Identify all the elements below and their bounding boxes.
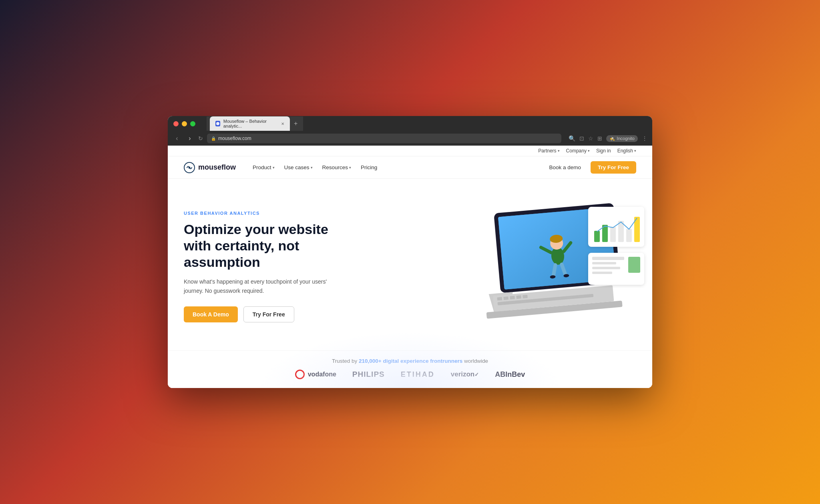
use-cases-label: Use cases	[284, 164, 310, 170]
svg-rect-21	[523, 295, 528, 298]
try-free-nav-button[interactable]: Try For Free	[591, 161, 636, 174]
active-tab[interactable]: Mouseflow – Behavior analytic... ✕	[210, 116, 290, 131]
reload-button[interactable]: ↻	[198, 135, 203, 142]
product-menu[interactable]: Product ▾	[249, 162, 279, 173]
pricing-label: Pricing	[361, 164, 377, 170]
language-label: English	[617, 148, 633, 154]
back-button[interactable]: ‹	[173, 135, 181, 142]
company-chevron: ▾	[588, 149, 590, 153]
tab-favicon	[215, 121, 220, 126]
browser-window: Mouseflow – Behavior analytic... ✕ + ‹ ›…	[168, 116, 652, 388]
logo-text: mouseflow	[198, 163, 236, 172]
book-demo-nav-label: Book a demo	[549, 164, 581, 170]
language-chevron: ▾	[634, 149, 636, 153]
url-text: mouseflow.com	[218, 136, 251, 141]
extension-icon[interactable]: ⊞	[597, 135, 602, 142]
svg-rect-26	[610, 227, 616, 242]
book-demo-hero-button[interactable]: Book A Demo	[184, 306, 238, 322]
address-bar: ‹ › ↻ 🔒 mouseflow.com 🔍 ⊡ ☆ ⊞ 🕵 Incognit…	[168, 131, 652, 146]
svg-point-0	[216, 122, 219, 125]
product-chevron: ▾	[273, 166, 275, 170]
lock-icon: 🔒	[211, 136, 216, 141]
product-label: Product	[253, 164, 271, 170]
svg-rect-17	[497, 297, 502, 300]
tab-close-icon[interactable]: ✕	[281, 122, 284, 126]
browser-actions: 🔍 ⊡ ☆ ⊞ 🕵 Incognito ⋮	[569, 135, 647, 142]
svg-rect-33	[592, 267, 620, 269]
laptop-svg	[436, 179, 652, 343]
book-demo-hero-label: Book A Demo	[193, 311, 229, 318]
utility-nav: Partners ▾ Company ▾ Sign in English ▾	[168, 146, 652, 156]
partners-menu[interactable]: Partners ▾	[538, 148, 559, 154]
resources-label: Resources	[322, 164, 348, 170]
company-menu[interactable]: Company ▾	[566, 148, 590, 154]
svg-rect-19	[510, 296, 515, 300]
try-free-nav-label: Try For Free	[598, 164, 629, 170]
logo-icon	[184, 162, 195, 173]
title-bar: Mouseflow – Behavior analytic... ✕ +	[168, 116, 652, 131]
url-bar[interactable]: 🔒 mouseflow.com	[207, 134, 561, 143]
svg-rect-31	[592, 257, 624, 260]
cast-icon[interactable]: ⊡	[579, 135, 584, 142]
hero-illustration	[436, 179, 652, 343]
maximize-button[interactable]	[190, 121, 195, 126]
hero-badge: USER BEHAVIOR ANALYTICS	[184, 211, 352, 216]
bookmark-icon[interactable]: ☆	[588, 135, 593, 142]
forward-button[interactable]: ›	[185, 135, 194, 142]
company-label: Company	[566, 148, 587, 154]
incognito-icon: 🕵	[609, 136, 615, 141]
hero-content: USER BEHAVIOR ANALYTICS Optimize your we…	[184, 211, 352, 322]
hero-title: Optimize your website with certainty, no…	[184, 221, 352, 270]
tab-title: Mouseflow – Behavior analytic...	[223, 119, 276, 128]
hero-buttons: Book A Demo Try For Free	[184, 306, 352, 322]
svg-rect-32	[592, 262, 616, 264]
hero-main: USER BEHAVIOR ANALYTICS Optimize your we…	[168, 179, 652, 350]
svg-rect-28	[626, 229, 632, 242]
book-demo-nav-button[interactable]: Book a demo	[544, 162, 586, 173]
resources-chevron: ▾	[349, 166, 351, 170]
nav-actions: Book a demo Try For Free	[544, 161, 636, 174]
minimize-button[interactable]	[182, 121, 187, 126]
hero-subtitle: Know what's happening at every touchpoin…	[184, 277, 328, 295]
try-free-hero-label: Try For Free	[253, 311, 285, 318]
main-nav: mouseflow Product ▾ Use cases ▾ Resource…	[168, 156, 652, 179]
partners-chevron: ▾	[558, 149, 560, 153]
tab-bar: Mouseflow – Behavior analytic... ✕ +	[207, 116, 303, 131]
use-cases-chevron: ▾	[311, 166, 313, 170]
more-options-icon[interactable]: ⋮	[642, 135, 647, 142]
incognito-badge: 🕵 Incognito	[606, 135, 638, 142]
language-selector[interactable]: English ▾	[617, 148, 636, 154]
search-icon[interactable]: 🔍	[569, 135, 575, 142]
svg-rect-35	[628, 257, 640, 273]
resources-menu[interactable]: Resources ▾	[318, 162, 356, 173]
use-cases-menu[interactable]: Use cases ▾	[280, 162, 317, 173]
partners-label: Partners	[538, 148, 556, 154]
new-tab-button[interactable]: +	[291, 120, 300, 127]
svg-rect-20	[516, 295, 521, 299]
svg-rect-34	[592, 272, 612, 274]
sign-in-label: Sign in	[596, 148, 611, 154]
logo[interactable]: mouseflow	[184, 162, 236, 173]
svg-point-2	[189, 166, 191, 168]
pricing-link[interactable]: Pricing	[357, 162, 381, 173]
close-button[interactable]	[173, 121, 179, 126]
try-free-hero-button[interactable]: Try For Free	[243, 306, 294, 322]
incognito-label: Incognito	[617, 136, 635, 141]
nav-links: Product ▾ Use cases ▾ Resources ▾ Pricin…	[249, 162, 544, 173]
svg-rect-18	[503, 296, 508, 300]
sign-in-link[interactable]: Sign in	[596, 148, 611, 154]
svg-rect-24	[594, 231, 600, 242]
hero-section: USER BEHAVIOR ANALYTICS Optimize your we…	[168, 179, 652, 388]
